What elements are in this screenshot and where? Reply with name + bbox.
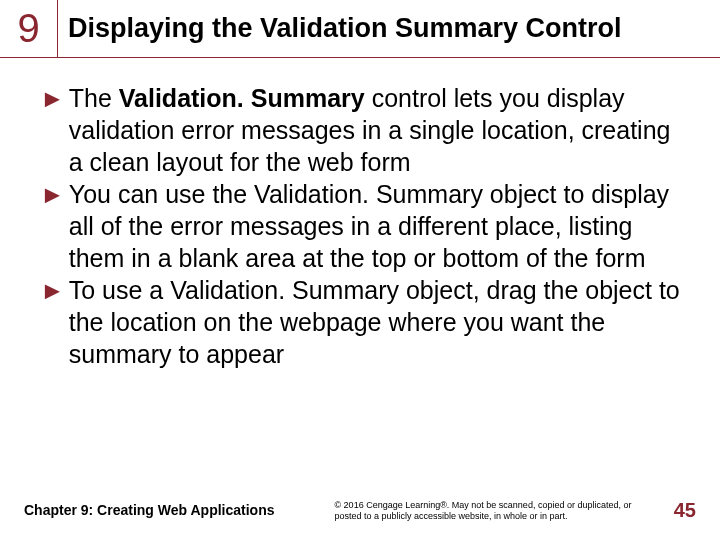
bullet-text: To use a Validation. Summary object, dra… [69, 274, 690, 370]
bullet-item: ► The Validation. Summary control lets y… [40, 82, 690, 178]
footer-copyright: © 2016 Cengage Learning®. May not be sca… [274, 500, 673, 526]
bullet-text: You can use the Validation. Summary obje… [69, 178, 690, 274]
slide-title: Displaying the Validation Summary Contro… [58, 0, 720, 57]
bullet-item: ► To use a Validation. Summary object, d… [40, 274, 690, 370]
slide-footer: Chapter 9: Creating Web Applications © 2… [0, 499, 720, 526]
page-number: 45 [674, 499, 696, 526]
bullet-item: ► You can use the Validation. Summary ob… [40, 178, 690, 274]
bullet-marker-icon: ► [40, 82, 65, 178]
bullet-marker-icon: ► [40, 178, 65, 274]
slide-header: 9 Displaying the Validation Summary Cont… [0, 0, 720, 58]
bullet-marker-icon: ► [40, 274, 65, 370]
chapter-number: 9 [0, 0, 58, 57]
slide-body: ► The Validation. Summary control lets y… [0, 58, 720, 370]
bullet-text: The Validation. Summary control lets you… [69, 82, 690, 178]
footer-chapter-label: Chapter 9: Creating Web Applications [24, 502, 274, 526]
